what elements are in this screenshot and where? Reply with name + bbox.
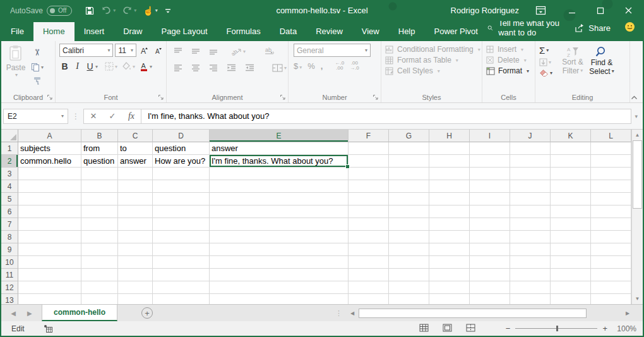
tab-power-pivot[interactable]: Power Pivot xyxy=(425,22,487,41)
page-layout-view-button[interactable] xyxy=(443,324,452,334)
number-dialog-launcher[interactable] xyxy=(373,94,379,101)
cell-I6[interactable] xyxy=(470,205,510,218)
decrease-font-button[interactable]: A xyxy=(153,45,165,56)
cell-L4[interactable] xyxy=(591,180,631,193)
tell-me-box[interactable]: Tell me what you want to do xyxy=(487,18,561,37)
cell-K8[interactable] xyxy=(551,231,591,243)
cell-F12[interactable] xyxy=(349,281,389,294)
cell-B5[interactable] xyxy=(81,193,118,205)
tab-data[interactable]: Data xyxy=(270,22,306,41)
row-header-9[interactable]: 9 xyxy=(1,243,18,256)
cell-E3[interactable] xyxy=(210,168,349,180)
scroll-left-button[interactable]: ◀ xyxy=(347,310,357,316)
clipboard-dialog-launcher[interactable] xyxy=(47,94,53,101)
touch-mode-caret-icon[interactable]: ▾ xyxy=(155,8,158,13)
column-header-E[interactable]: E xyxy=(210,130,349,142)
cell-A2[interactable]: common.hello xyxy=(18,155,81,168)
autosum-button[interactable]: Σ ▾ xyxy=(539,45,549,56)
cell-D5[interactable] xyxy=(153,193,210,205)
page-break-view-button[interactable] xyxy=(466,324,475,334)
row-header-1[interactable]: 1 xyxy=(1,142,18,155)
cell-C13[interactable] xyxy=(118,294,153,304)
cell-H12[interactable] xyxy=(429,281,470,294)
alignment-dialog-launcher[interactable] xyxy=(280,94,286,101)
cell-F6[interactable] xyxy=(349,205,389,218)
zoom-slider[interactable] xyxy=(515,328,597,329)
zoom-out-button[interactable]: − xyxy=(506,324,511,333)
autosave-pill[interactable]: Off xyxy=(47,6,72,16)
orientation-button[interactable]: ab ▾ xyxy=(230,46,247,57)
vertical-scroll-track[interactable] xyxy=(632,140,643,293)
cell-L12[interactable] xyxy=(591,281,631,294)
cell-L3[interactable] xyxy=(591,168,631,180)
row-header-8[interactable]: 8 xyxy=(1,231,18,243)
cell-D12[interactable] xyxy=(153,281,210,294)
cell-E13[interactable] xyxy=(210,294,349,304)
undo-dropdown-caret-icon[interactable]: ▾ xyxy=(113,8,116,13)
cell-B7[interactable] xyxy=(81,218,118,231)
cell-A5[interactable] xyxy=(18,193,81,205)
align-left-button[interactable] xyxy=(172,63,184,73)
insert-cells-button[interactable]: Insert ▾ xyxy=(486,45,534,54)
cell-D13[interactable] xyxy=(153,294,210,304)
vertical-scroll-thumb[interactable] xyxy=(633,140,642,209)
cell-B9[interactable] xyxy=(81,243,118,256)
row-header-5[interactable]: 5 xyxy=(1,193,18,205)
cell-H10[interactable] xyxy=(429,256,470,269)
cell-I1[interactable] xyxy=(470,142,510,155)
cell-A10[interactable] xyxy=(18,256,81,269)
cell-G13[interactable] xyxy=(389,294,429,304)
delete-cells-button[interactable]: Delete ▾ xyxy=(486,56,534,64)
cell-H11[interactable] xyxy=(429,269,470,281)
comma-style-button[interactable]: , xyxy=(321,61,323,71)
column-header-G[interactable]: G xyxy=(389,130,429,142)
normal-view-button[interactable] xyxy=(419,324,429,334)
cell-L6[interactable] xyxy=(591,205,631,218)
tab-file[interactable]: File xyxy=(1,22,33,41)
new-sheet-button[interactable]: + xyxy=(141,307,153,319)
fill-color-button[interactable]: ▾ xyxy=(122,62,135,71)
cell-G3[interactable] xyxy=(389,168,429,180)
cell-F7[interactable] xyxy=(349,218,389,231)
cell-L13[interactable] xyxy=(591,294,631,304)
cell-E1[interactable]: answer xyxy=(210,142,349,155)
cancel-entry-button[interactable]: ✕ xyxy=(84,111,103,121)
cell-B3[interactable] xyxy=(81,168,118,180)
cell-K5[interactable] xyxy=(551,193,591,205)
cell-L2[interactable] xyxy=(591,155,631,168)
cell-B4[interactable] xyxy=(81,180,118,193)
next-sheet-button[interactable]: ▶ xyxy=(27,310,32,317)
zoom-in-button[interactable]: + xyxy=(602,324,607,333)
cell-C11[interactable] xyxy=(118,269,153,281)
cell-L8[interactable] xyxy=(591,231,631,243)
cell-K1[interactable] xyxy=(551,142,591,155)
feedback-smiley-button[interactable] xyxy=(624,21,635,34)
cell-I12[interactable] xyxy=(470,281,510,294)
bold-button[interactable]: B xyxy=(61,61,69,71)
cell-C12[interactable] xyxy=(118,281,153,294)
cell-F5[interactable] xyxy=(349,193,389,205)
cell-I5[interactable] xyxy=(470,193,510,205)
cell-B13[interactable] xyxy=(81,294,118,304)
insert-function-button[interactable]: fx xyxy=(122,111,141,121)
cell-D3[interactable] xyxy=(153,168,210,180)
horizontal-scrollbar[interactable]: ◀ ▶ xyxy=(347,305,633,321)
cell-A3[interactable] xyxy=(18,168,81,180)
cell-J6[interactable] xyxy=(510,205,551,218)
cell-C5[interactable] xyxy=(118,193,153,205)
cell-F2[interactable] xyxy=(349,155,389,168)
cell-E12[interactable] xyxy=(210,281,349,294)
cell-F9[interactable] xyxy=(349,243,389,256)
share-button[interactable]: Share xyxy=(575,23,611,33)
cell-F8[interactable] xyxy=(349,231,389,243)
cell-B8[interactable] xyxy=(81,231,118,243)
cell-C2[interactable]: answer xyxy=(118,155,153,168)
customize-qat-button[interactable] xyxy=(162,3,174,19)
cell-J10[interactable] xyxy=(510,256,551,269)
cell-G4[interactable] xyxy=(389,180,429,193)
row-header-2[interactable]: 2 xyxy=(1,155,18,168)
cell-G2[interactable] xyxy=(389,155,429,168)
cell-J7[interactable] xyxy=(510,218,551,231)
wrap-text-button[interactable]: ab xyxy=(263,46,278,57)
cell-I10[interactable] xyxy=(470,256,510,269)
